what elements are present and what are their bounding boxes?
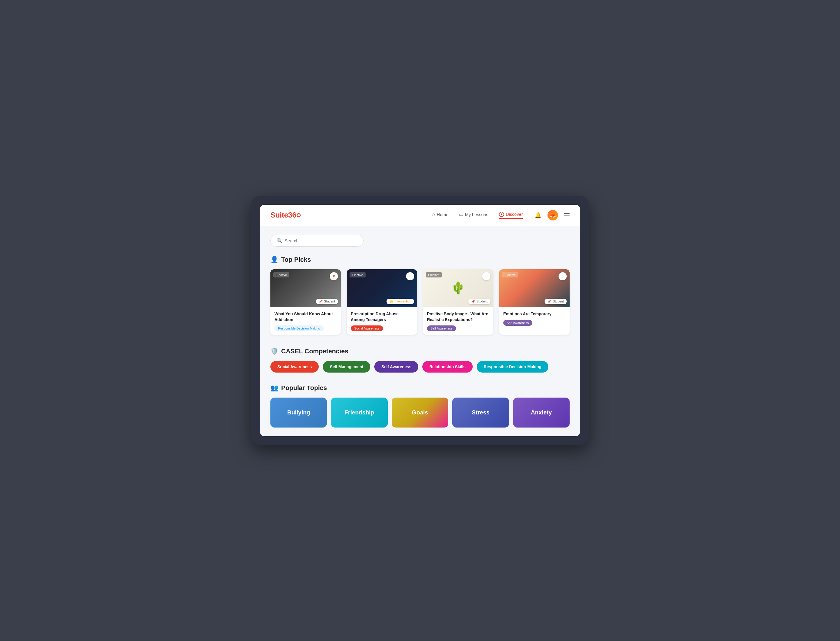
popular-topics-header: 👥 Popular Topics <box>270 384 570 392</box>
logo-text: Suite36 <box>270 211 300 219</box>
competency-self-awareness[interactable]: Self Awareness <box>374 361 418 372</box>
card-4-tag[interactable]: Self Awareness <box>503 320 532 326</box>
card-1-body: What You Should Know About Addiction Res… <box>270 307 341 335</box>
card-body-image[interactable]: Elective ♡ 🌵 📌 Student Positive Body Ima… <box>423 269 493 335</box>
topic-bullying[interactable]: Bullying <box>270 398 327 428</box>
card-3-tag[interactable]: Self Awareness <box>427 325 456 331</box>
nav-item-home[interactable]: ⌂ Home <box>432 212 449 218</box>
popular-topics-section: 👥 Popular Topics Bullying Friendship Goa… <box>270 384 570 428</box>
card-1-image: Elective ♥ 📌 Student <box>270 269 341 307</box>
nav-item-mylessons[interactable]: ▭ My Lessons <box>459 212 488 218</box>
card-4-heart-button[interactable]: ♡ <box>559 272 567 280</box>
lessons-icon: ▭ <box>459 212 464 217</box>
user-avatar[interactable]: 🦊 <box>548 210 558 221</box>
search-input[interactable] <box>285 238 357 243</box>
popular-topics-icon: 👥 <box>270 384 278 392</box>
competency-self-management[interactable]: Self Management <box>323 361 370 372</box>
nav-item-discover[interactable]: Discover <box>499 212 523 219</box>
card-1-tag[interactable]: Responsible Decision-Making <box>275 325 324 331</box>
nav-discover-label: Discover <box>506 212 523 217</box>
top-picks-header: 👤 Top Picks <box>270 256 570 264</box>
search-icon: 🔍 <box>276 238 282 243</box>
casel-shield-icon: 🛡️ <box>270 348 278 355</box>
search-bar[interactable]: 🔍 <box>270 235 363 246</box>
top-picks-title: Top Picks <box>281 256 311 264</box>
card-4-role-label: Student <box>553 300 564 303</box>
card-4-elective-badge: Elective <box>502 272 518 277</box>
header: Suite36 ⌂ Home ▭ My Lessons Discover 🔔 <box>260 205 580 226</box>
card-3-image: Elective ♡ 🌵 📌 Student <box>423 269 493 307</box>
card-2-role-badge: 🌟 Intervention <box>386 299 414 304</box>
main-nav: ⌂ Home ▭ My Lessons Discover <box>432 212 523 219</box>
topic-stress[interactable]: Stress <box>452 398 509 428</box>
nav-mylessons-label: My Lessons <box>465 212 488 217</box>
cactus-illustration: 🌵 <box>446 277 470 300</box>
card-1-role-label: Student <box>324 300 335 303</box>
topic-goals[interactable]: Goals <box>392 398 448 428</box>
header-actions: 🔔 🦊 <box>535 210 570 221</box>
logo-o-icon <box>297 213 300 217</box>
card-1-heart-button[interactable]: ♥ <box>330 272 338 280</box>
card-3-heart-button[interactable]: ♡ <box>482 272 490 280</box>
menu-button[interactable] <box>564 213 570 217</box>
card-3-elective-badge: Elective <box>426 272 442 277</box>
logo: Suite36 <box>270 211 300 219</box>
card-3-role-label: Student <box>477 300 488 303</box>
competencies-list: Social Awareness Self Management Self Aw… <box>270 361 570 372</box>
nav-home-label: Home <box>437 212 449 217</box>
casel-header: 🛡️ CASEL Competencies <box>270 348 570 355</box>
card-emotions[interactable]: Elective ♡ 📌 Student Emotions Are Tempor… <box>499 269 570 335</box>
card-3-role-icon: 📌 <box>471 300 475 303</box>
card-1-role-icon: 📌 <box>319 300 323 303</box>
home-icon: ⌂ <box>432 212 435 217</box>
competency-social-awareness[interactable]: Social Awareness <box>270 361 319 372</box>
notification-bell-icon[interactable]: 🔔 <box>535 212 542 219</box>
topics-grid: Bullying Friendship Goals Stress Anxiety <box>270 398 570 428</box>
card-4-body: Emotions Are Temporary Self Awareness <box>499 307 570 329</box>
card-2-title: Prescription Drug Abuse Among Teenagers <box>351 311 413 322</box>
card-4-role-icon: 📌 <box>548 300 552 303</box>
topic-anxiety[interactable]: Anxiety <box>513 398 570 428</box>
card-4-title: Emotions Are Temporary <box>503 311 565 317</box>
card-1-elective-badge: Elective <box>273 272 289 277</box>
card-3-role-badge: 📌 Student <box>468 299 490 304</box>
card-3-title: Positive Body Image - What Are Realistic… <box>427 311 489 322</box>
top-picks-section: 👤 Top Picks Elective ♥ 📌 Student <box>270 256 570 335</box>
card-2-role-label: Intervention <box>395 300 411 303</box>
casel-section: 🛡️ CASEL Competencies Social Awareness S… <box>270 348 570 372</box>
competency-responsible-decision[interactable]: Responsible Decision-Making <box>477 361 548 372</box>
card-2-tag[interactable]: Social Awareness <box>351 325 383 331</box>
card-2-elective-badge: Elective <box>350 272 365 277</box>
competency-relationship-skills[interactable]: Relationship Skills <box>422 361 472 372</box>
app-window: Suite36 ⌂ Home ▭ My Lessons Discover 🔔 <box>260 205 580 436</box>
card-1-title: What You Should Know About Addiction <box>275 311 337 322</box>
card-2-body: Prescription Drug Abuse Among Teenagers … <box>347 307 417 335</box>
discover-icon <box>499 212 504 217</box>
card-drug-abuse[interactable]: Elective ♡ 🌟 Intervention Prescription D… <box>347 269 417 335</box>
card-2-heart-button[interactable]: ♡ <box>406 272 414 280</box>
card-4-image: Elective ♡ 📌 Student <box>499 269 570 307</box>
card-4-role-badge: 📌 Student <box>544 299 567 304</box>
topic-friendship[interactable]: Friendship <box>331 398 388 428</box>
card-1-role-badge: 📌 Student <box>316 299 338 304</box>
popular-topics-title: Popular Topics <box>281 384 327 392</box>
main-content: 🔍 👤 Top Picks Elective ♥ <box>260 226 580 436</box>
card-addiction[interactable]: Elective ♥ 📌 Student What You Should Kno… <box>270 269 341 335</box>
top-picks-grid: Elective ♥ 📌 Student What You Should Kno… <box>270 269 570 335</box>
card-2-role-icon: 🌟 <box>389 300 394 303</box>
casel-title: CASEL Competencies <box>281 348 348 355</box>
card-2-image: Elective ♡ 🌟 Intervention <box>347 269 417 307</box>
device-frame: Suite36 ⌂ Home ▭ My Lessons Discover 🔔 <box>251 196 589 445</box>
top-picks-icon: 👤 <box>270 256 278 264</box>
card-3-body: Positive Body Image - What Are Realistic… <box>423 307 493 335</box>
